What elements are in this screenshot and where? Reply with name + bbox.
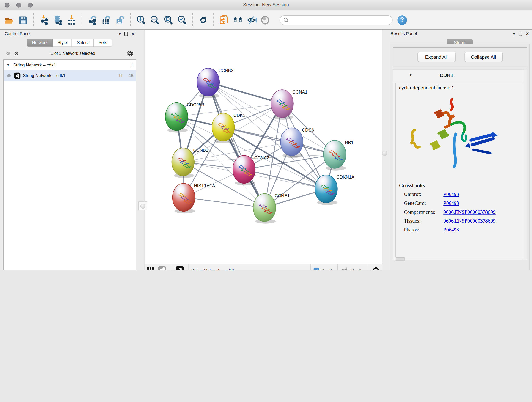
toolbar-separator [130, 13, 131, 27]
export-table-icon[interactable] [99, 13, 113, 27]
network-node-cdkn1a[interactable]: CDKN1A [315, 175, 354, 205]
network-node-ccne1[interactable]: CCNE1 [253, 193, 290, 224]
zoom-fit-icon[interactable] [162, 13, 175, 27]
help-icon[interactable]: ? [397, 15, 407, 25]
tab-style[interactable]: Style [53, 38, 72, 47]
network-options-gear-icon[interactable] [127, 50, 133, 57]
zoom-out-icon[interactable] [148, 13, 162, 27]
network-icon [14, 72, 20, 79]
crosslinks-title: CrossLinks [399, 182, 521, 189]
string-network-graph[interactable]: CCNB2CCNA1CDC25BCDK1CDC6RB1CCNB1CCNA2CDK… [145, 30, 382, 264]
close-results-icon[interactable]: ✕ [525, 31, 529, 36]
float-panel-icon[interactable] [124, 32, 128, 36]
crosslink-row: GeneCard:P06493 [399, 201, 521, 206]
results-panel: Results Panel ▼ ✕ String Expand All Coll… [387, 30, 532, 270]
cdk1-name: CDK1 [440, 72, 454, 78]
network-tree: ▼ String Network – cdk1 1 String Network… [3, 59, 136, 270]
tab-select[interactable]: Select [72, 38, 94, 47]
collapse-panel-icon[interactable]: ▼ [118, 32, 121, 36]
refresh-icon[interactable] [196, 13, 210, 27]
network-node-ccna1[interactable]: CCNA1 [271, 89, 307, 120]
tab-network[interactable]: Network [27, 38, 53, 47]
network-row[interactable]: String Network – cdk1 11 48 [4, 70, 136, 81]
home-networks-icon[interactable] [231, 13, 245, 27]
network-current-dot [7, 74, 11, 77]
export-network-icon[interactable] [86, 13, 100, 27]
network-collection-row[interactable]: ▼ String Network – cdk1 1 [4, 60, 136, 70]
network-node-cdc6[interactable]: CDC6 [280, 128, 314, 158]
node-label: HIST1H1A [194, 183, 215, 188]
crosslink-link[interactable]: 9606.ENSP00000378699 [443, 209, 495, 215]
collapse-results-icon[interactable]: ▼ [512, 32, 516, 36]
network-edge[interactable] [208, 82, 264, 207]
results-vscroll[interactable] [524, 70, 527, 260]
save-session-icon[interactable] [16, 13, 30, 27]
zoom-in-icon[interactable] [134, 13, 148, 27]
collection-expand-icon: ▼ [6, 63, 10, 67]
crosslink-label: Tissues: [399, 218, 443, 224]
results-hscroll-thumb[interactable] [396, 257, 405, 261]
show-hide-graphics-icon[interactable] [259, 13, 272, 27]
close-panel-icon[interactable]: ✕ [131, 31, 135, 36]
node-label: CCNB1 [193, 148, 208, 153]
toolbar-separator [33, 13, 34, 27]
network-share-icon[interactable] [157, 264, 168, 270]
import-table-file-icon[interactable] [65, 13, 79, 27]
protein-structure-image [401, 93, 514, 178]
export-image-icon[interactable] [113, 13, 127, 27]
expand-all-networks-icon[interactable] [6, 51, 11, 56]
open-session-icon[interactable] [3, 13, 16, 27]
crosslink-link[interactable]: P06493 [443, 191, 459, 197]
window-title: Session: New Session [0, 2, 532, 7]
collection-label: String Network – cdk1 [13, 62, 56, 67]
crosslink-link[interactable]: P06493 [443, 201, 459, 206]
cdk1-collapse-icon[interactable]: ▼ [409, 73, 412, 77]
cdk1-entry: ▼ CDK1 cyclin-dependent kinase 1 [393, 69, 527, 260]
control-panel-title: Control Panel [5, 32, 31, 36]
tab-sets[interactable]: Sets [94, 38, 112, 47]
node-label: CDC25B [187, 102, 204, 107]
float-results-icon[interactable] [519, 32, 522, 36]
navigator-crosshair-icon[interactable] [370, 264, 382, 270]
node-label: CDK1 [234, 113, 245, 118]
expand-all-button[interactable]: Expand All [417, 52, 456, 62]
selected-count: 1 – 0 [322, 268, 332, 270]
birdseye-grid-icon[interactable] [145, 264, 157, 270]
import-network-file-icon[interactable] [38, 13, 51, 27]
crosslink-link[interactable]: 9606.ENSP00000378699 [443, 218, 495, 224]
right-splitter-handle[interactable] [382, 151, 387, 156]
node-label: CDKN1A [336, 175, 355, 179]
open-in-browser-icon[interactable] [174, 264, 186, 270]
network-node-hist1h1a[interactable]: HIST1H1A [172, 183, 215, 214]
search-input[interactable] [289, 17, 389, 23]
import-network-database-icon[interactable] [51, 13, 65, 27]
node-label: CCNE1 [275, 193, 290, 198]
string-import-icon[interactable] [217, 13, 231, 27]
crosslink-label: Compartments: [399, 209, 443, 215]
cytoscape-window: Session: New Session [0, 0, 532, 270]
network-edge[interactable] [184, 197, 265, 208]
search-icon [283, 17, 289, 23]
network-node-cdc25b[interactable]: CDC25B [165, 102, 204, 133]
toolbar-separator [213, 13, 214, 27]
left-splitter-handle[interactable] [138, 201, 147, 211]
hide-unhide-icon[interactable] [245, 13, 259, 27]
crosslink-link[interactable]: P06493 [443, 227, 459, 233]
crosslink-row: Tissues:9606.ENSP00000378699 [399, 218, 521, 224]
hidden-count: 0 – 0 [351, 268, 361, 270]
main-toolbar: ? [0, 11, 532, 30]
zoom-selected-icon[interactable] [175, 13, 189, 27]
collapse-all-networks-icon[interactable] [14, 51, 19, 56]
node-label: CCNA1 [292, 89, 307, 95]
crosslink-label: Uniprot: [399, 191, 443, 197]
network-view-title: String Network – cdk1 [191, 268, 234, 270]
crosslink-label: Pharos: [399, 227, 443, 233]
network-edge[interactable] [223, 127, 335, 154]
collapse-all-button[interactable]: Collapse All [464, 52, 503, 62]
search-field[interactable] [279, 15, 393, 25]
selected-checkbox-icon[interactable] [314, 268, 319, 270]
string-results-container: Expand All Collapse All ▼ CDK1 cyclin-de… [390, 44, 530, 270]
network-node-rb1[interactable]: RB1 [323, 140, 354, 171]
network-canvas[interactable]: CCNB2CCNA1CDC25BCDK1CDC6RB1CCNB1CCNA2CDK… [145, 30, 382, 264]
toolbar-separator [82, 13, 82, 27]
